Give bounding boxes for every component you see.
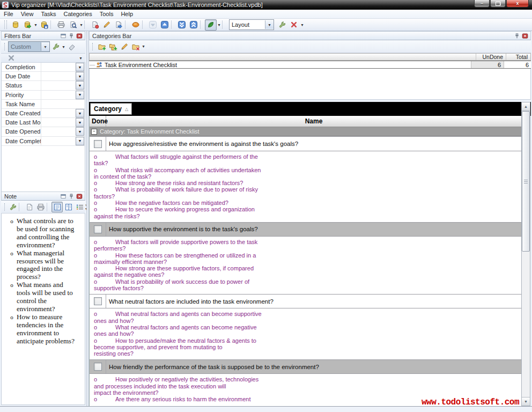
menu-tasks[interactable]: Tasks [37, 10, 60, 18]
open-database-dropdown[interactable]: ▾ [33, 23, 38, 27]
new-category-button[interactable] [96, 41, 107, 52]
note-pin-button[interactable] [68, 193, 75, 200]
print-button[interactable] [55, 19, 67, 31]
filter-value-cell[interactable] [41, 72, 76, 80]
filter-dropdown-button[interactable]: ▼ [76, 127, 84, 136]
edit-task-button[interactable] [101, 19, 113, 31]
note-print-preview-button[interactable] [24, 202, 35, 212]
group-by-category-box[interactable]: Category △ [90, 103, 132, 115]
filter-dropdown-button[interactable]: ▼ [76, 137, 84, 145]
undone-column-header[interactable]: UnDone [476, 54, 506, 60]
task-checkbox[interactable] [94, 297, 102, 305]
filter-preset-dropdown[interactable]: ▾ [41, 42, 49, 51]
note-close-button[interactable] [76, 193, 83, 200]
note-print-button[interactable] [35, 202, 46, 212]
done-column-header[interactable]: Done [90, 116, 106, 127]
collapse-group-icon[interactable]: − [91, 129, 97, 135]
task-checkbox[interactable] [94, 225, 102, 233]
note-view-normal-button[interactable] [51, 202, 63, 212]
customize-note-button[interactable] [7, 202, 18, 212]
delete-category-button[interactable] [130, 41, 141, 52]
grid-vertical-scrollbar[interactable]: ▲ ▼ [521, 102, 530, 406]
task-checkbox[interactable] [94, 140, 102, 148]
close-button[interactable]: x [506, 0, 529, 8]
move-up-button[interactable] [159, 19, 171, 31]
filter-value-cell[interactable] [41, 100, 85, 108]
menu-view[interactable]: View [17, 10, 38, 18]
delete-layout-button[interactable] [288, 19, 300, 31]
task-row[interactable]: How friendly the performance of the task… [90, 359, 521, 374]
filter-value-cell[interactable] [41, 137, 76, 145]
print-options-dropdown[interactable]: ▾ [79, 23, 84, 27]
save-database-button[interactable] [38, 19, 50, 31]
minimize-button[interactable]: – [474, 0, 490, 8]
filters-pin-button[interactable] [68, 32, 75, 39]
task-question[interactable]: What neutral factors are included into t… [106, 295, 521, 308]
customize-layout-button[interactable] [276, 19, 288, 31]
new-task-button[interactable] [89, 19, 101, 31]
customize-filter-dropdown[interactable]: ▾ [61, 45, 66, 49]
task-row[interactable]: What neutral factors are included into t… [90, 294, 521, 308]
categories-more-dropdown[interactable]: ▾ [141, 44, 146, 49]
task-row[interactable]: How aggressive/resistive the environment… [90, 136, 521, 151]
layout-combo[interactable]: Layout▾ [229, 19, 274, 30]
menu-help[interactable]: Help [117, 10, 137, 18]
filters-float-button[interactable] [60, 32, 67, 39]
note-view-split-button[interactable] [63, 202, 74, 212]
category-row[interactable]: –– Task Environment Checklist 6 6 [89, 61, 531, 69]
filter-preset-combo[interactable]: Custom ▾ [8, 41, 50, 52]
filter-dropdown-button[interactable]: ▼ [76, 63, 84, 71]
menu-categories[interactable]: Categories [60, 10, 96, 18]
layout-combo-dropdown[interactable]: ▾ [265, 20, 274, 29]
filters-close-button[interactable] [76, 32, 83, 39]
total-column-header[interactable]: Total [506, 54, 530, 60]
categories-column-header: UnDone Total [89, 53, 531, 61]
show-notes-button[interactable] [130, 19, 142, 31]
filters-more-dropdown[interactable]: ▾ [78, 56, 83, 61]
customize-filter-button[interactable] [50, 41, 61, 52]
move-task-button[interactable] [113, 19, 124, 31]
menu-file[interactable]: File [0, 10, 17, 18]
name-column-header[interactable]: Name [106, 116, 521, 127]
new-database-button[interactable] [10, 19, 21, 31]
new-subcategory-button[interactable] [107, 41, 119, 52]
move-to-bottom-button[interactable] [176, 19, 188, 31]
filter-value-cell[interactable] [41, 63, 76, 71]
open-database-button[interactable] [21, 19, 33, 31]
toolbar-options-dropdown[interactable]: ▾ [300, 23, 305, 27]
scrollbar-thumb[interactable] [522, 111, 530, 252]
filter-dropdown-button[interactable]: ▼ [76, 72, 84, 80]
note-view-list-button[interactable] [74, 202, 85, 212]
task-question[interactable]: How friendly the performance of the task… [106, 360, 521, 373]
filter-dropdown-button[interactable]: ▼ [76, 91, 84, 99]
filter-dropdown-button[interactable]: ▼ [76, 109, 84, 117]
restore-button[interactable] [490, 0, 506, 8]
note-content[interactable]: oWhat controls are to be used for scanni… [1, 214, 85, 405]
edit-category-button[interactable] [119, 41, 130, 52]
scroll-up-button[interactable]: ▲ [522, 102, 530, 111]
filter-dropdown-button[interactable]: ▼ [76, 81, 84, 90]
categories-pin-button[interactable] [513, 32, 521, 39]
group-row[interactable]: − Category: Task Environment Checklist [90, 127, 521, 136]
filter-value-cell[interactable] [41, 91, 76, 99]
layout-style-dropdown[interactable]: ▾ [217, 23, 221, 27]
layout-style-button[interactable] [205, 19, 217, 31]
clear-filter-button[interactable] [66, 41, 77, 52]
menu-tools[interactable]: Tools [96, 10, 117, 18]
filter-value-cell[interactable] [41, 81, 76, 90]
note-float-button[interactable] [60, 193, 67, 200]
print-preview-button[interactable] [67, 19, 79, 31]
tree-expander[interactable]: –– [89, 62, 95, 68]
filter-value-cell[interactable] [41, 118, 76, 127]
task-question[interactable]: How supportive the environment is to the… [106, 223, 521, 236]
task-row[interactable]: How supportive the environment is to the… [90, 222, 521, 237]
filter-value-cell[interactable] [41, 109, 76, 117]
task-question[interactable]: How aggressive/resistive the environment… [106, 137, 521, 151]
filter-dropdown-button[interactable]: ▼ [76, 118, 84, 127]
filter-value-cell[interactable] [41, 127, 76, 136]
categories-close-button[interactable] [521, 32, 529, 39]
move-to-top-button[interactable] [188, 19, 200, 31]
task-checkbox[interactable] [94, 363, 102, 371]
scroll-down-button[interactable]: ▼ [522, 397, 530, 406]
remove-filter-button[interactable] [5, 53, 17, 64]
